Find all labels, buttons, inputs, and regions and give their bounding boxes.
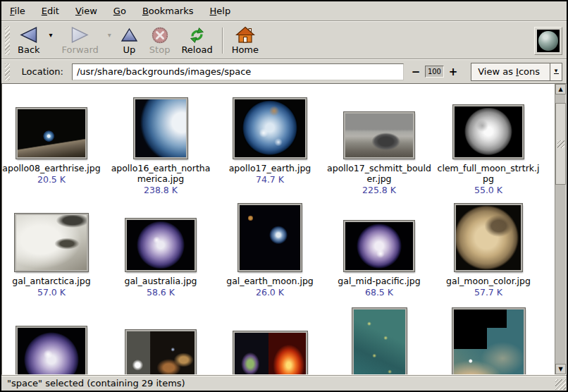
chevron-down-icon: ▾ xyxy=(555,69,558,73)
home-button[interactable]: Home xyxy=(226,23,264,58)
vertical-scrollbar[interactable]: ▲ ▼ xyxy=(555,84,566,374)
file-name: apollo16_earth_northamerica.jpg xyxy=(107,163,214,184)
file-name: apollo17_earth.jpg xyxy=(216,163,323,173)
file-thumbnail[interactable] xyxy=(452,308,525,375)
file-item[interactable]: clem_full_moon_strtrk.jpg 55.0 K xyxy=(435,94,542,195)
menu-help[interactable]: Help xyxy=(209,4,233,18)
file-item[interactable]: gal_earth_moon.jpg 26.0 K xyxy=(216,207,323,298)
file-thumbnail[interactable] xyxy=(453,105,524,159)
menu-view[interactable]: View xyxy=(74,4,99,18)
file-item[interactable]: gal_australia.jpg 58.6 K xyxy=(107,207,214,298)
icon-view[interactable]: apollo08_earthrise.jpg 20.5 K apollo16_e… xyxy=(1,83,567,375)
file-name: gal_earth_moon.jpg xyxy=(216,276,323,286)
up-icon xyxy=(121,25,138,44)
scroll-down-button[interactable]: ▼ xyxy=(555,364,566,374)
file-name: apollo17_schmitt_boulder.jpg xyxy=(326,163,433,184)
file-thumbnail[interactable] xyxy=(134,98,187,159)
file-thumbnail[interactable] xyxy=(16,326,87,375)
file-thumbnail[interactable] xyxy=(344,221,414,271)
file-item[interactable] xyxy=(1,308,105,375)
file-thumbnail[interactable] xyxy=(125,219,196,271)
file-item[interactable]: apollo08_earthrise.jpg 20.5 K xyxy=(1,94,105,185)
zoom-level-indicator[interactable]: 100 xyxy=(425,66,443,78)
stop-button[interactable]: Stop xyxy=(144,23,176,58)
reload-icon xyxy=(187,25,206,44)
file-name: clem_full_moon_strtrk.jpg xyxy=(435,163,542,184)
scroll-up-icon: ▲ xyxy=(558,86,562,92)
location-bar-drag-handle[interactable] xyxy=(5,63,10,80)
home-icon xyxy=(235,25,255,44)
menu-bookmarks[interactable]: Bookmarks xyxy=(141,4,195,18)
status-text: "space" selected (containing 29 items) xyxy=(7,378,185,388)
file-size: 20.5 K xyxy=(37,174,66,185)
file-item[interactable]: apollo17_schmitt_boulder.jpg 225.8 K xyxy=(326,94,433,195)
file-size: 57.7 K xyxy=(474,287,502,298)
file-manager-window: File Edit View Go Bookmarks Help Back ▾ xyxy=(0,0,568,392)
file-item[interactable] xyxy=(326,308,433,375)
file-item[interactable]: gal_antarctica.jpg 57.0 K xyxy=(1,207,105,298)
chevron-down-icon: ▾ xyxy=(49,31,53,39)
file-item[interactable]: gal_mid-pacific.jpg 68.5 K xyxy=(326,207,433,298)
file-thumbnail[interactable] xyxy=(233,98,307,159)
file-thumbnail[interactable] xyxy=(238,204,302,271)
file-size: 57.0 K xyxy=(37,287,66,298)
zoom-out-button[interactable]: − xyxy=(408,66,424,78)
file-item[interactable] xyxy=(435,308,542,375)
view-as-dropdown[interactable]: View as Icons ▾ xyxy=(471,63,562,81)
dropdown-bar xyxy=(554,73,559,74)
toolbar-spacer xyxy=(264,23,534,58)
location-label: Location: xyxy=(22,66,63,77)
scroll-up-button[interactable]: ▲ xyxy=(555,84,566,94)
back-icon xyxy=(19,25,38,44)
throbber-button[interactable] xyxy=(534,27,562,55)
forward-button[interactable]: Forward xyxy=(56,23,104,58)
menu-file[interactable]: File xyxy=(8,4,27,18)
toolbar: Back ▾ Forward ▾ xyxy=(1,22,567,59)
toolbar-separator xyxy=(222,27,223,54)
zoom-in-button[interactable]: + xyxy=(445,66,462,78)
file-thumbnail[interactable] xyxy=(16,108,87,159)
file-size: 68.5 K xyxy=(365,287,393,298)
scroll-down-icon: ▼ xyxy=(558,366,562,372)
globe-sphere-icon xyxy=(538,31,558,51)
back-history-dropdown[interactable]: ▾ xyxy=(46,23,56,58)
scrollbar-grip-icon xyxy=(557,140,564,148)
file-thumbnail[interactable] xyxy=(15,214,88,271)
file-thumbnail[interactable] xyxy=(352,308,407,375)
file-name: gal_australia.jpg xyxy=(107,276,214,286)
file-thumbnail[interactable] xyxy=(455,204,522,271)
up-button[interactable]: Up xyxy=(115,23,144,58)
file-item[interactable] xyxy=(216,308,323,375)
menubar: File Edit View Go Bookmarks Help xyxy=(1,1,567,20)
file-item[interactable]: gal_moon_color.jpg 57.7 K xyxy=(435,207,542,298)
file-thumbnail[interactable] xyxy=(125,330,196,375)
stop-icon xyxy=(151,25,169,44)
menu-go[interactable]: Go xyxy=(112,4,128,18)
forward-icon xyxy=(70,25,89,44)
file-name: gal_mid-pacific.jpg xyxy=(326,276,433,286)
view-as-arrow-button[interactable]: ▾ xyxy=(550,63,562,80)
file-size: 225.8 K xyxy=(362,185,396,195)
file-item[interactable]: apollo17_earth.jpg 74.7 K xyxy=(216,94,323,185)
file-size: 55.0 K xyxy=(474,185,502,195)
file-item[interactable]: apollo16_earth_northamerica.jpg 238.8 K xyxy=(107,94,214,195)
view-as-label: View as Icons xyxy=(471,63,550,80)
file-thumbnail[interactable] xyxy=(344,112,414,159)
file-size: 58.6 K xyxy=(147,287,175,298)
location-bar: Location: − 100 + View as Icons ▾ xyxy=(1,60,567,83)
back-button[interactable]: Back xyxy=(12,23,46,58)
file-name: apollo08_earthrise.jpg xyxy=(1,163,105,173)
location-input[interactable] xyxy=(72,63,404,80)
file-thumbnail[interactable] xyxy=(233,331,307,375)
file-name: gal_antarctica.jpg xyxy=(1,276,105,286)
scrollbar-thumb[interactable] xyxy=(555,103,566,185)
file-size: 74.7 K xyxy=(256,174,284,185)
forward-history-dropdown[interactable]: ▾ xyxy=(104,23,115,58)
status-bar: "space" selected (containing 29 items) xyxy=(1,375,567,391)
resize-grip[interactable] xyxy=(555,379,566,390)
reload-button[interactable]: Reload xyxy=(175,23,218,58)
menu-edit[interactable]: Edit xyxy=(40,4,61,18)
file-item[interactable] xyxy=(107,308,214,375)
toolbar-drag-handle[interactable] xyxy=(5,26,10,55)
throbber-background xyxy=(537,30,560,52)
